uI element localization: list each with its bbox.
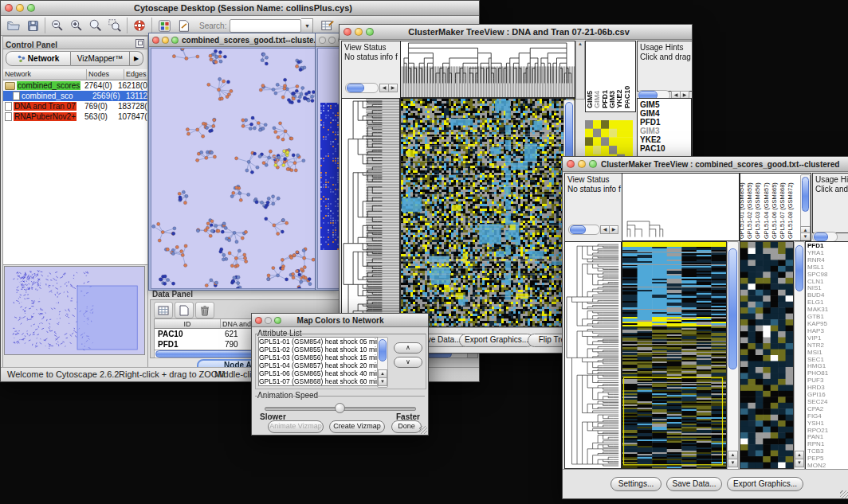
tv1-row-dendrogram[interactable] [341,98,400,327]
column-header-network[interactable]: Network [3,69,87,80]
tab-network[interactable]: Network [6,51,71,66]
window-controls[interactable] [252,317,285,324]
tv1-column-dendrogram[interactable] [400,41,575,98]
zoom-window-icon[interactable] [27,4,35,12]
tv2-genes-scrollbar[interactable]: ▲ ▼ [794,241,805,471]
minimize-icon[interactable] [162,37,169,44]
tv1-status-scrollbar[interactable] [345,83,379,93]
close-icon[interactable] [5,4,13,12]
move-down-button[interactable]: ∨ [394,357,422,368]
scrollbar-thumb[interactable] [347,84,364,92]
scroll-down-icon[interactable]: ▼ [795,459,804,467]
open-file-icon[interactable] [4,17,23,34]
scroll-right-icon[interactable]: ▶ [609,225,618,234]
float-panel-icon[interactable] [135,39,144,48]
minimize-icon[interactable] [355,28,363,36]
birdseye-view[interactable] [4,266,145,355]
export-graphics-button[interactable]: Export Graphics... [727,477,803,491]
animate-vizmap-button[interactable]: Animate Vizmap [268,420,324,433]
column-header-edges[interactable]: Edges [124,69,147,80]
tv1-scroll-strip[interactable]: ▲ [575,41,585,100]
network-row[interactable]: RNAPuberNov2+563(0)107847(0) [3,111,147,122]
close-icon[interactable] [255,317,262,324]
scroll-down-icon[interactable]: ▼ [800,232,811,241]
dialog-titlebar[interactable]: Map Colors to Network [252,314,428,327]
attribute-item[interactable]: GPL51-03 (GSM856) heat shock 15 min [259,354,377,361]
zoom-out-icon[interactable] [48,17,67,34]
window-controls[interactable] [340,28,378,36]
attribute-list[interactable]: GPL51-01 (GSM854) heat shock 05 minGPL51… [258,337,378,386]
attribute-item[interactable]: GPL51-04 (GSM857) heat shock 20 min [259,361,377,369]
save-icon[interactable] [23,17,42,34]
scrollbar-thumb[interactable] [379,339,387,361]
save-data-button[interactable]: Save Data... [666,477,722,491]
tv1-titlebar[interactable]: ClusterMaker TreeView : DNA and Tran 07-… [340,25,692,40]
window-controls[interactable] [563,160,601,168]
tv2-labels-scrollbar[interactable] [800,174,811,229]
tv2-titlebar[interactable]: ClusterMaker TreeView : combined_scores_… [563,157,848,172]
done-button[interactable]: Done [391,420,422,433]
search-input[interactable] [230,19,301,33]
network-view-titlebar[interactable]: combined_scores_good.txt--cluste... [149,33,336,47]
minimize-icon[interactable] [328,37,336,44]
export-graphics-button[interactable]: Export Graphics... [459,334,534,347]
scroll-up-icon[interactable]: ▲ [576,41,584,46]
resize-grip[interactable] [840,490,848,498]
network-row[interactable]: combined_scores2764(0)16218(0) [3,80,147,91]
zoom-in-icon[interactable] [67,17,86,34]
settings-button[interactable]: Settings... [610,477,662,491]
attribute-item[interactable]: GPL51-02 (GSM855) heat shock 10 min [259,346,377,354]
network-row[interactable]: DNA and Tran 07769(0)183728(0) [3,101,147,111]
minimize-icon[interactable] [578,160,586,168]
close-icon[interactable] [344,28,351,36]
zoom-window-icon[interactable] [171,37,179,44]
slider-thumb[interactable] [335,403,345,413]
tv2-status-scrollbar[interactable] [568,225,600,235]
attribute-select-icon[interactable] [154,302,173,318]
new-attribute-icon[interactable] [175,302,194,318]
scroll-down-icon[interactable]: ▼ [728,459,738,467]
tab-overflow-icon[interactable]: ▶ [130,51,143,66]
attribute-item[interactable]: GPL51-06 (GSM865) heat shock 40 min [259,369,377,377]
move-up-button[interactable]: ∧ [394,342,422,354]
tv2-zoomed-heatmap[interactable] [740,241,794,469]
close-icon[interactable] [319,37,326,44]
attribute-editor-icon[interactable] [318,17,337,34]
tv2-heatmap-vscrollbar[interactable]: ▲ ▼ [727,241,739,471]
network-row[interactable]: combined_sco2569(6)13112(15) [3,91,147,101]
tv2-heatmap[interactable] [622,241,727,469]
annotation-icon[interactable] [174,17,193,34]
speed-slider[interactable] [265,403,414,412]
close-icon[interactable] [567,160,575,168]
scrollbar-thumb[interactable] [802,177,809,212]
id-column-header[interactable]: ID [155,319,221,329]
search-dropdown-icon[interactable]: ▼ [301,18,313,33]
minimize-icon[interactable] [16,4,24,12]
scroll-right-icon[interactable]: ▶ [388,84,398,92]
main-titlebar[interactable]: Cytoscape Desktop (Session Name: collins… [1,1,479,16]
attribute-item[interactable]: GPL51-01 (GSM854) heat shock 05 min [259,338,377,346]
tv2-row-dendrogram[interactable] [564,241,622,469]
create-vizmap-button[interactable]: Create Vizmap [329,420,385,433]
zoom-window-icon[interactable] [274,317,281,324]
attribute-item[interactable]: GPL51-07 (GSM868) heat shock 60 min [259,377,377,385]
zoom-window-icon[interactable] [366,28,374,36]
delete-attribute-trash-icon[interactable] [195,302,214,318]
window-controls[interactable] [1,4,39,12]
help-lifesaver-icon[interactable] [130,17,149,34]
zoom-window-icon[interactable] [589,160,597,168]
zoom-fit-icon[interactable] [86,17,105,34]
minimize-icon[interactable] [265,317,272,324]
scrollbar-thumb[interactable] [795,245,803,291]
column-header-nodes[interactable]: Nodes [87,69,124,80]
scroll-down-icon[interactable]: ▼ [378,377,387,386]
window-controls[interactable] [149,37,182,44]
network-canvas[interactable] [151,48,334,289]
scrollbar-thumb[interactable] [728,248,737,369]
scrollbar-thumb[interactable] [814,232,828,241]
tv1-heatmap[interactable] [400,98,575,327]
attribute-list-scrollbar[interactable]: ▲ ▼ [377,337,388,388]
plugin-manager-icon[interactable] [155,17,174,34]
tab-vizmapper[interactable]: VizMapper™ [71,51,130,66]
zoom-selected-icon[interactable] [105,17,124,34]
